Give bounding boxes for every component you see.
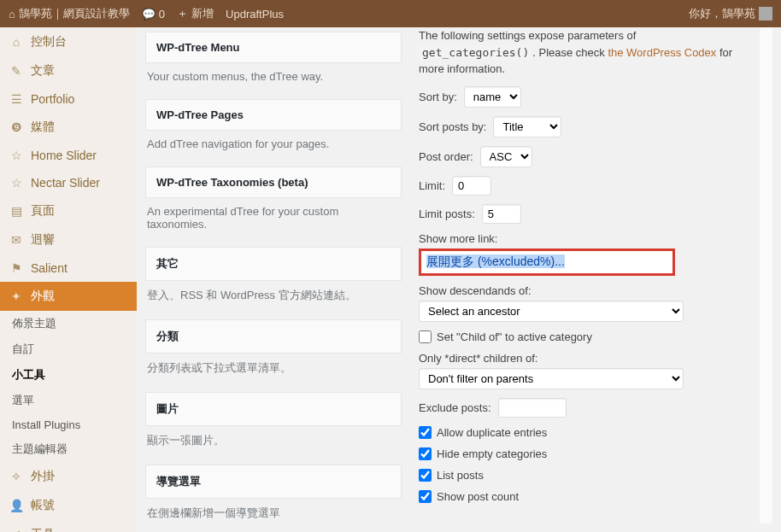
menu-label: 頁面 xyxy=(31,203,55,219)
direct-select[interactable]: Don't filter on parents xyxy=(419,368,684,389)
menu-label: Salient xyxy=(31,261,68,275)
admin-sidebar: ⌂控制台✎文章☰Portfolio❾媒體☆Home Slider☆Nectar … xyxy=(0,27,137,532)
ancestor-select[interactable]: Select an ancestor xyxy=(419,301,684,322)
sidebar-item-5[interactable]: ☆Nectar Slider xyxy=(0,169,137,196)
menu-label: 控制台 xyxy=(31,34,67,50)
widget-head-4[interactable]: 分類 xyxy=(145,319,402,354)
sortposts-select[interactable]: Title xyxy=(493,116,561,137)
widget-desc-3: 登入、RSS 和 WordPress 官方網站連結。 xyxy=(145,281,402,315)
menu-label: Nectar Slider xyxy=(31,176,100,190)
menu-icon: ☆ xyxy=(9,176,24,190)
widget-head-1[interactable]: WP-dTree Pages xyxy=(145,99,402,131)
widget-head-3[interactable]: 其它 xyxy=(145,247,402,281)
updraft-link[interactable]: UpdraftPlus xyxy=(226,8,284,20)
avatar xyxy=(759,7,772,20)
greeting[interactable]: 你好，鵠學苑 xyxy=(689,6,772,21)
site-link[interactable]: ⌂鵠學苑｜網頁設計教學 xyxy=(9,6,130,21)
menu-label: 外觀 xyxy=(31,289,55,304)
showmore-input[interactable]: 展開更多 (%excluded%)... xyxy=(419,248,675,276)
listposts-label: List posts xyxy=(437,469,484,482)
sidebar-item-8[interactable]: ⚑Salient xyxy=(0,254,137,282)
menu-label: 媒體 xyxy=(31,120,55,135)
direct-label: Only *direct* children of: xyxy=(419,352,743,365)
widgets-available-column: WP-dTree MenuYour custom menus, the dTre… xyxy=(145,27,402,523)
limit-label: Limit: xyxy=(419,179,445,192)
widget-settings-column: The following settings expose parameters… xyxy=(419,27,743,523)
hideempty-label: Hide empty categories xyxy=(437,447,547,460)
widget-desc-0: Your custom menus, the dTree way. xyxy=(145,63,402,95)
sortby-select[interactable]: name xyxy=(464,86,521,108)
widget-desc-5: 顯示一張圖片。 xyxy=(145,426,402,460)
sidebar-item-1[interactable]: ✎文章 xyxy=(0,56,137,85)
add-new-link[interactable]: ＋新增 xyxy=(177,6,214,21)
menu-icon: 👤 xyxy=(9,499,24,512)
dup-label: Allow duplicate entries xyxy=(437,426,547,439)
sidebar-item-2[interactable]: ☰Portfolio xyxy=(0,85,137,113)
sidebar-item-11[interactable]: 👤帳號 xyxy=(0,491,137,520)
sidebar-item-10[interactable]: ✧外掛 xyxy=(0,462,137,491)
sortposts-label: Sort posts by: xyxy=(419,120,486,133)
hideempty-checkbox[interactable] xyxy=(419,447,432,460)
sidebar-sub-4[interactable]: Install Plugins xyxy=(0,413,137,436)
sidebar-item-7[interactable]: ✉迴響 xyxy=(0,225,137,254)
menu-icon: ✧ xyxy=(9,470,24,483)
comments-link[interactable]: 💬0 xyxy=(142,8,165,20)
codex-link[interactable]: the WordPress Codex xyxy=(608,46,716,59)
menu-icon: ☰ xyxy=(9,92,24,106)
childof-checkbox[interactable] xyxy=(419,330,432,343)
limit-input[interactable] xyxy=(452,176,491,196)
childof-label: Set "Child of" to active category xyxy=(437,330,592,343)
widget-head-0[interactable]: WP-dTree Menu xyxy=(145,32,402,63)
menu-label: Portfolio xyxy=(31,92,74,106)
menu-icon: ⌂ xyxy=(9,35,24,49)
menu-label: 外掛 xyxy=(31,469,55,484)
sidebar-sub-5[interactable]: 主題編輯器 xyxy=(0,436,137,462)
widget-desc-4: 分類列表或下拉式選單清單。 xyxy=(145,354,402,388)
dup-checkbox[interactable] xyxy=(419,426,432,439)
menu-icon: ✦ xyxy=(9,289,24,303)
limitposts-input[interactable] xyxy=(482,204,521,224)
listposts-checkbox[interactable] xyxy=(419,469,432,482)
showmore-label: Show more link: xyxy=(419,232,743,245)
sidebar-item-9[interactable]: ✦外觀 xyxy=(0,282,137,311)
sidebar-item-3[interactable]: ❾媒體 xyxy=(0,113,137,142)
exclude-label: Exclude posts: xyxy=(419,401,491,414)
admin-toolbar: ⌂鵠學苑｜網頁設計教學 💬0 ＋新增 UpdraftPlus 你好，鵠學苑 xyxy=(0,0,781,27)
sidebar-sub-2[interactable]: 小工具 xyxy=(0,362,137,388)
descend-label: Show descendands of: xyxy=(419,284,743,297)
menu-icon: ✔ xyxy=(9,528,24,532)
widget-head-2[interactable]: WP-dTree Taxonomies (beta) xyxy=(145,167,402,198)
postorder-select[interactable]: ASC xyxy=(480,146,532,167)
menu-icon: ❾ xyxy=(9,120,24,134)
menu-label: 工具 xyxy=(31,527,55,532)
menu-icon: ▤ xyxy=(9,204,24,218)
menu-icon: ✎ xyxy=(9,64,24,78)
widget-desc-6: 在側邊欄新增一個導覽選單 xyxy=(145,499,402,532)
menu-icon: ⚑ xyxy=(9,261,24,275)
intro-text: The following settings expose parameters… xyxy=(419,27,743,78)
widget-head-6[interactable]: 導覽選單 xyxy=(145,465,402,499)
menu-label: Home Slider xyxy=(31,149,97,162)
menu-icon: ☆ xyxy=(9,149,24,162)
postorder-label: Post order: xyxy=(419,150,473,163)
limitposts-label: Limit posts: xyxy=(419,208,475,220)
widget-desc-2: An experimental dTree for your custom ta… xyxy=(145,198,402,243)
widget-desc-1: Add dTree navigation for your pages. xyxy=(145,131,402,162)
sidebar-sub-3[interactable]: 選單 xyxy=(0,388,137,413)
postcount-label: Show post count xyxy=(437,490,519,503)
menu-label: 迴響 xyxy=(31,232,55,248)
widget-head-5[interactable]: 圖片 xyxy=(145,392,402,426)
menu-label: 文章 xyxy=(31,63,55,79)
menu-icon: ✉ xyxy=(9,233,24,247)
sidebar-item-6[interactable]: ▤頁面 xyxy=(0,196,137,225)
sidebar-item-12[interactable]: ✔工具 xyxy=(0,520,137,532)
sidebar-item-0[interactable]: ⌂控制台 xyxy=(0,27,137,56)
exclude-input[interactable] xyxy=(498,398,567,418)
postcount-checkbox[interactable] xyxy=(419,490,432,503)
sidebar-sub-0[interactable]: 佈景主題 xyxy=(0,311,137,336)
sidebar-item-4[interactable]: ☆Home Slider xyxy=(0,142,137,169)
menu-label: 帳號 xyxy=(31,498,55,513)
sortby-label: Sort by: xyxy=(419,91,457,103)
sidebar-sub-1[interactable]: 自訂 xyxy=(0,336,137,362)
scroll-area xyxy=(760,27,772,523)
